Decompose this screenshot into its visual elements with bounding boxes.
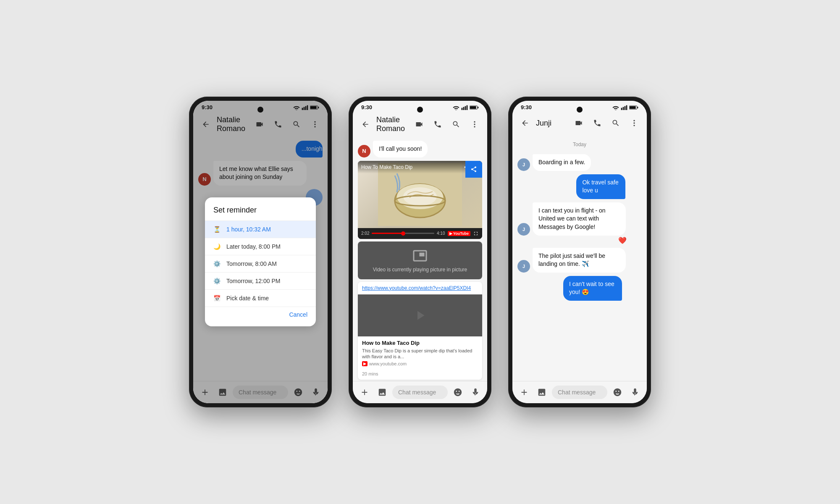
- link-card-desc: This Easy Taco Dip is a super simple dip…: [362, 348, 478, 360]
- camera-notch-1: [257, 107, 263, 113]
- image-button-2[interactable]: [375, 385, 390, 400]
- svg-point-19: [474, 126, 475, 127]
- status-icons-2: [453, 105, 479, 110]
- link-card-source-text: www.youtube.com: [369, 361, 407, 366]
- add-button-2[interactable]: [357, 385, 372, 400]
- reminder-dialog: Set reminder ⏳ 1 hour, 10:32 AM 🌙 Later …: [205, 197, 316, 326]
- more-button-2[interactable]: [467, 117, 482, 132]
- phone-1: 9:30 Natalie Romano: [189, 97, 332, 407]
- video-total-time: 4:10: [437, 231, 445, 236]
- reminder-option-pick-date[interactable]: 📅 Pick date & time: [205, 290, 316, 307]
- battery-icon-2: [470, 105, 479, 110]
- phone-1-screen: 9:30 Natalie Romano: [193, 101, 328, 403]
- status-icons-3: [612, 105, 638, 110]
- avatar-natalie-2: N: [358, 145, 370, 158]
- video-controls-bar: 2:02 4:10 ▶ YouTube: [358, 228, 482, 239]
- more-button-3[interactable]: [627, 116, 642, 131]
- phone-2-screen: 9:30 Natalie Romano: [353, 101, 487, 403]
- youtube-logo: ▶ YouTube: [448, 231, 471, 236]
- image-button-3[interactable]: [534, 385, 549, 400]
- reminder-title: Set reminder: [205, 206, 316, 220]
- battery-icon-3: [629, 105, 638, 110]
- mic-button-2[interactable]: [468, 385, 483, 400]
- video-progress-bar[interactable]: [372, 233, 434, 234]
- video-player[interactable]: How To Make Taco Dip 2:02: [358, 161, 482, 239]
- phones-container: 9:30 Natalie Romano: [189, 97, 651, 407]
- chat-input-bar-2: Chat message: [353, 381, 487, 403]
- emoji-button-2[interactable]: [450, 385, 465, 400]
- reminder-label-later-today: Later today, 8:00 PM: [226, 243, 281, 250]
- svg-point-18: [474, 123, 475, 125]
- phone-3-screen: 9:30 Junji: [512, 101, 647, 403]
- share-indicator: [465, 161, 482, 178]
- status-time-2: 9:30: [361, 104, 372, 110]
- reminder-label-tomorrow-8am: Tomorrow, 8:00 AM: [226, 260, 277, 267]
- contact-name-3: Junji: [536, 119, 568, 128]
- yt-icon-small: ▶: [362, 361, 368, 366]
- chat-input-2[interactable]: Chat message: [392, 386, 448, 399]
- reminder-option-1hour[interactable]: ⏳ 1 hour, 10:32 AM: [205, 221, 316, 238]
- reaction-heart: ❤️: [618, 236, 627, 244]
- pip-icon: [412, 248, 428, 263]
- search-button-2[interactable]: [449, 117, 464, 132]
- svg-rect-31: [626, 105, 627, 110]
- svg-point-35: [633, 120, 635, 121]
- video-call-button-3[interactable]: [571, 116, 586, 131]
- gear-icon-2: ⚙️: [213, 278, 220, 284]
- message-row-call-soon: N I'll call you soon!: [358, 141, 482, 158]
- svg-rect-12: [465, 106, 466, 110]
- chat-area-2: N I'll call you soon!: [353, 136, 487, 381]
- message-row-pilot: J The pilot just said we'll be landing o…: [517, 248, 642, 273]
- phone-3: 9:30 Junji: [508, 97, 651, 407]
- video-title: How To Make Taco Dip: [361, 164, 412, 170]
- back-button-3[interactable]: [517, 116, 533, 131]
- reminder-option-tomorrow-8am[interactable]: ⚙️ Tomorrow, 8:00 AM: [205, 255, 316, 272]
- video-progress-dot: [401, 231, 405, 236]
- svg-rect-16: [478, 107, 478, 108]
- moon-icon: 🌙: [213, 243, 220, 250]
- camera-notch-2: [417, 107, 423, 113]
- phone-call-button-3[interactable]: [590, 116, 605, 131]
- video-title-bar: How To Make Taco Dip: [358, 161, 482, 173]
- link-card[interactable]: https://www.youtube.com/watch?v=zaaElP5X…: [358, 282, 482, 380]
- chat-area-3: Today J Boarding in a few. Ok travel saf…: [512, 134, 647, 381]
- video-wrapper: How To Make Taco Dip 2:02: [358, 161, 482, 239]
- reminder-option-tomorrow-12pm[interactable]: ⚙️ Tomorrow, 12:00 PM: [205, 273, 316, 289]
- gear-icon-1: ⚙️: [213, 260, 220, 267]
- reminder-option-later-today[interactable]: 🌙 Later today, 8:00 PM: [205, 238, 316, 255]
- emoji-button-3[interactable]: [610, 385, 625, 400]
- calendar-icon: 📅: [213, 295, 220, 302]
- chat-input-placeholder-3: Chat message: [558, 389, 596, 396]
- svg-rect-13: [467, 105, 468, 110]
- chat-input-bar-3: Chat message: [512, 381, 647, 403]
- video-call-button-2[interactable]: [412, 117, 427, 132]
- message-row-inflight: J I can text you in flight - on United w…: [517, 202, 642, 236]
- hourglass-icon: ⏳: [213, 226, 220, 233]
- search-button-3[interactable]: [608, 116, 623, 131]
- svg-rect-10: [462, 108, 463, 110]
- link-card-source: ▶ www.youtube.com: [362, 361, 478, 366]
- link-card-thumb: [358, 294, 482, 336]
- phone-2: 9:30 Natalie Romano: [349, 97, 491, 407]
- msg-bubble-pilot: The pilot just said we'll be landing on …: [533, 248, 626, 273]
- reminder-cancel-button[interactable]: Cancel: [205, 307, 316, 322]
- avatar-junji-2: J: [517, 223, 530, 236]
- app-bar-3: Junji: [512, 112, 647, 134]
- msg-bubble-cant-wait: I can't wait to see you! 😍: [563, 276, 622, 301]
- svg-rect-28: [621, 108, 622, 110]
- fullscreen-icon[interactable]: [473, 231, 479, 236]
- message-row-cant-wait: I can't wait to see you! 😍: [563, 276, 642, 301]
- msg-bubble-boarding: Boarding in a few.: [533, 154, 591, 171]
- phone-call-button-2[interactable]: [430, 117, 445, 132]
- add-button-3[interactable]: [517, 385, 532, 400]
- message-row-boarding: J Boarding in a few.: [517, 154, 642, 171]
- wifi-icon-3: [612, 105, 619, 110]
- mic-button-3[interactable]: [627, 385, 643, 400]
- video-progress-fill: [372, 233, 403, 234]
- wifi-icon-2: [453, 105, 459, 110]
- chat-input-placeholder-2: Chat message: [398, 389, 436, 396]
- app-bar-2: Natalie Romano: [353, 112, 487, 136]
- contact-name-2: Natalie Romano: [376, 116, 408, 133]
- chat-input-3[interactable]: Chat message: [552, 386, 607, 399]
- back-button-2[interactable]: [358, 117, 373, 132]
